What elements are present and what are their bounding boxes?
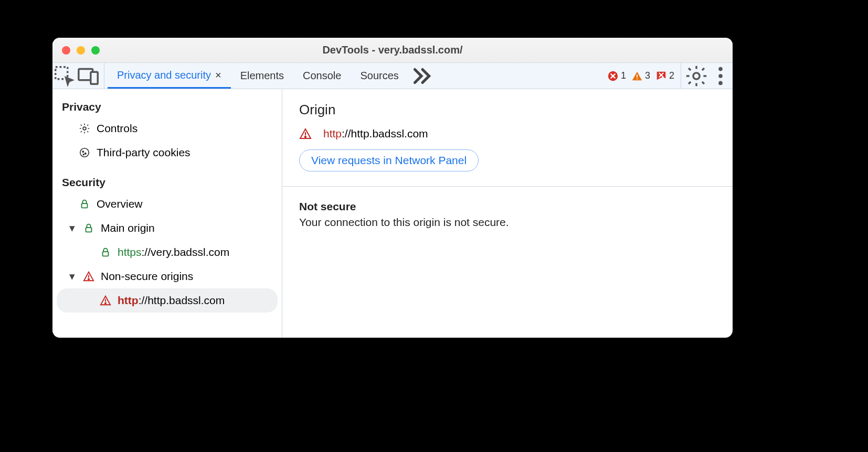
warning-icon xyxy=(631,70,643,82)
tab-privacy-and-security[interactable]: Privacy and security × xyxy=(108,63,231,89)
sidebar-item-overview[interactable]: Overview xyxy=(52,192,282,216)
scheme: https xyxy=(118,246,142,258)
warning-triangle-icon xyxy=(100,295,111,306)
tab-label: Elements xyxy=(240,70,284,82)
zoom-window-button[interactable] xyxy=(91,46,100,55)
tab-console[interactable]: Console xyxy=(293,63,351,89)
status-heading: Not secure xyxy=(299,200,716,213)
warning-triangle-icon xyxy=(83,271,94,282)
panel-body: Privacy Controls Third-party cookies Sec… xyxy=(52,89,733,338)
sidebar-item-main-origin[interactable]: ▾ Main origin xyxy=(52,216,282,240)
lock-icon xyxy=(79,198,90,210)
tab-elements[interactable]: Elements xyxy=(231,63,293,89)
sidebar-item-label: Non-secure origins xyxy=(101,267,193,285)
svg-point-9 xyxy=(718,81,723,85)
sidebar-item-third-party-cookies[interactable]: Third-party cookies xyxy=(52,141,282,165)
main-panel: Origin http://http.badssl.com View reque… xyxy=(282,89,733,338)
error-icon xyxy=(607,70,619,82)
caret-down-icon[interactable]: ▾ xyxy=(67,267,77,285)
svg-point-6 xyxy=(693,72,700,79)
sidebar-item-nonsecure-origin-url[interactable]: http://http.badssl.com xyxy=(57,288,278,313)
svg-point-7 xyxy=(718,67,723,71)
issues-status[interactable]: 1 3 2 xyxy=(607,63,678,89)
sidebar: Privacy Controls Third-party cookies Sec… xyxy=(52,89,282,338)
warning-triangle-icon xyxy=(299,127,312,140)
svg-rect-17 xyxy=(103,252,109,256)
gear-icon xyxy=(79,123,90,134)
svg-rect-16 xyxy=(86,228,92,232)
kebab-menu-icon[interactable] xyxy=(708,63,733,89)
window-controls xyxy=(62,46,100,55)
svg-point-11 xyxy=(80,148,89,157)
svg-point-23 xyxy=(305,136,306,137)
svg-point-14 xyxy=(83,154,84,155)
rest: ://http.badssl.com xyxy=(342,127,428,139)
rest: ://very.badssl.com xyxy=(142,246,230,258)
tab-label: Privacy and security xyxy=(117,69,211,81)
svg-point-13 xyxy=(85,153,86,154)
origin-heading: Origin xyxy=(299,102,716,118)
issues-count: 2 xyxy=(669,70,674,81)
errors-count: 1 xyxy=(621,70,626,81)
sidebar-item-main-origin-url[interactable]: https://very.badssl.com xyxy=(52,240,282,264)
cookie-icon xyxy=(79,147,90,158)
scheme: http xyxy=(323,127,342,139)
issues-badge[interactable]: 2 xyxy=(655,70,674,82)
security-status-section: Not secure Your connection to this origi… xyxy=(282,187,733,242)
origin-section: Origin http://http.badssl.com View reque… xyxy=(282,89,733,187)
rest: ://http.badssl.com xyxy=(139,294,225,306)
svg-point-10 xyxy=(83,127,86,130)
panel-tabs: Privacy and security × Elements Console … xyxy=(108,63,408,89)
lock-icon xyxy=(100,246,111,258)
toolbar: Privacy and security × Elements Console … xyxy=(52,63,733,89)
svg-point-8 xyxy=(718,74,723,78)
status-body: Your connection to this origin is not se… xyxy=(299,216,716,229)
svg-rect-4 xyxy=(637,74,638,78)
close-window-button[interactable] xyxy=(62,46,70,55)
sidebar-heading-security: Security xyxy=(52,172,282,192)
more-tabs-icon[interactable] xyxy=(408,63,435,89)
svg-point-12 xyxy=(82,151,83,152)
inspect-element-icon[interactable] xyxy=(52,63,77,89)
svg-rect-2 xyxy=(91,72,98,84)
errors-badge[interactable]: 1 xyxy=(607,70,626,82)
device-toolbar-icon[interactable] xyxy=(77,63,101,89)
sidebar-item-label: Controls xyxy=(97,120,137,137)
devtools-window: DevTools - very.badssl.com/ Privacy and … xyxy=(52,38,733,338)
tab-sources[interactable]: Sources xyxy=(351,63,408,89)
link-label: View requests in Network Panel xyxy=(311,154,467,167)
origin-url: http://http.badssl.com xyxy=(118,292,225,309)
sidebar-heading-privacy: Privacy xyxy=(52,96,282,116)
minimize-window-button[interactable] xyxy=(77,46,85,55)
svg-rect-5 xyxy=(637,78,638,79)
sidebar-item-label: Main origin xyxy=(101,219,155,237)
svg-point-21 xyxy=(105,303,106,304)
warnings-count: 3 xyxy=(645,70,650,81)
titlebar: DevTools - very.badssl.com/ xyxy=(52,38,733,63)
origin-url: http://http.badssl.com xyxy=(323,127,428,140)
svg-rect-15 xyxy=(82,203,88,208)
sidebar-item-label: Overview xyxy=(97,195,143,213)
issue-flag-icon xyxy=(655,70,667,82)
view-requests-network-panel-link[interactable]: View requests in Network Panel xyxy=(299,149,479,171)
origin-url: https://very.badssl.com xyxy=(118,243,229,261)
settings-icon[interactable] xyxy=(684,63,708,89)
lock-icon xyxy=(83,222,94,234)
tab-label: Sources xyxy=(360,70,398,82)
toolbar-separator xyxy=(104,63,104,89)
scheme: http xyxy=(118,294,139,306)
origin-line: http://http.badssl.com xyxy=(299,127,716,140)
sidebar-item-controls[interactable]: Controls xyxy=(52,116,282,141)
toolbar-separator xyxy=(681,63,681,89)
sidebar-item-non-secure-origins[interactable]: ▾ Non-secure origins xyxy=(52,264,282,288)
warnings-badge[interactable]: 3 xyxy=(631,70,650,82)
tab-label: Console xyxy=(303,70,341,82)
window-title: DevTools - very.badssl.com/ xyxy=(52,44,733,56)
caret-down-icon[interactable]: ▾ xyxy=(67,219,77,237)
sidebar-item-label: Third-party cookies xyxy=(97,144,190,162)
close-tab-icon[interactable]: × xyxy=(215,69,221,81)
svg-point-19 xyxy=(88,278,89,279)
